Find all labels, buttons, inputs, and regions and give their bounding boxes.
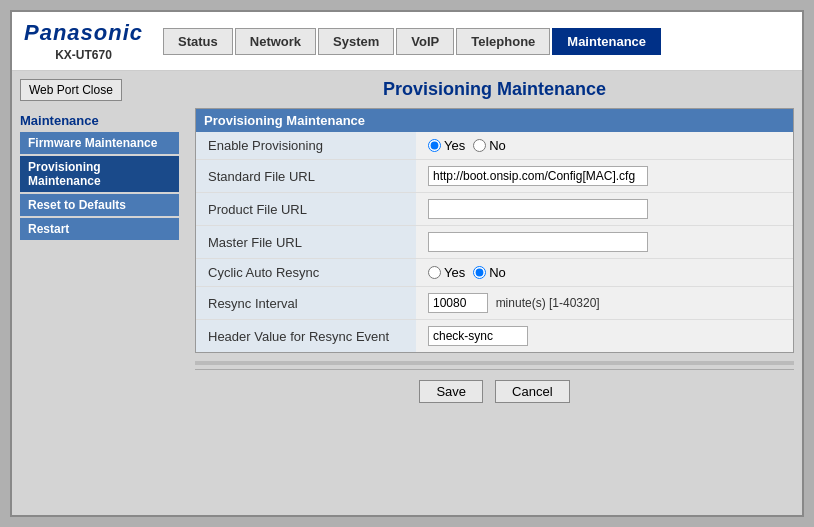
cyclic-yes-input[interactable] (428, 266, 441, 279)
label-enable-provisioning: Enable Provisioning (196, 132, 416, 160)
model-name: KX-UT670 (24, 48, 143, 62)
value-cyclic-auto-resync: Yes No (416, 259, 793, 287)
label-product-file-url: Product File URL (196, 193, 416, 226)
body: Web Port Close Maintenance Firmware Main… (12, 71, 802, 514)
label-master-file-url: Master File URL (196, 226, 416, 259)
row-enable-provisioning: Enable Provisioning Yes No (196, 132, 793, 160)
cancel-button[interactable]: Cancel (495, 380, 569, 403)
radio-cyclic-resync: Yes No (428, 265, 781, 280)
header-value-input[interactable] (428, 326, 528, 346)
value-resync-interval: minute(s) [1-40320] (416, 287, 793, 320)
row-master-file-url: Master File URL (196, 226, 793, 259)
cyclic-yes-label[interactable]: Yes (428, 265, 465, 280)
radio-no-label[interactable]: No (473, 138, 506, 153)
sidebar-item-reset[interactable]: Reset to Defaults (20, 194, 179, 216)
cyclic-no-label[interactable]: No (473, 265, 506, 280)
master-file-url-input[interactable] (428, 232, 648, 252)
inner-frame: Panasonic KX-UT670 Status Network System… (10, 10, 804, 517)
sidebar-item-restart[interactable]: Restart (20, 218, 179, 240)
footer-buttons: Save Cancel (195, 369, 794, 413)
web-port-close-button[interactable]: Web Port Close (20, 79, 122, 101)
label-cyclic-auto-resync: Cyclic Auto Resync (196, 259, 416, 287)
nav-voip[interactable]: VoIP (396, 28, 454, 55)
sidebar-item-provisioning[interactable]: Provisioning Maintenance (20, 156, 179, 192)
value-master-file-url (416, 226, 793, 259)
main-nav: Status Network System VoIP Telephone Mai… (163, 28, 790, 55)
form-table: Enable Provisioning Yes No (196, 132, 793, 352)
page-title: Provisioning Maintenance (195, 71, 794, 108)
divider (195, 361, 794, 365)
header: Panasonic KX-UT670 Status Network System… (12, 12, 802, 71)
nav-status[interactable]: Status (163, 28, 233, 55)
value-enable-provisioning: Yes No (416, 132, 793, 160)
sidebar-title: Maintenance (20, 113, 179, 128)
value-header-value (416, 320, 793, 353)
sidebar-item-firmware[interactable]: Firmware Maintenance (20, 132, 179, 154)
row-cyclic-auto-resync: Cyclic Auto Resync Yes No (196, 259, 793, 287)
label-standard-file-url: Standard File URL (196, 160, 416, 193)
radio-yes-input[interactable] (428, 139, 441, 152)
cyclic-no-input[interactable] (473, 266, 486, 279)
outer-frame: Panasonic KX-UT670 Status Network System… (0, 0, 814, 527)
section-header: Provisioning Maintenance (196, 109, 793, 132)
sidebar: Web Port Close Maintenance Firmware Main… (12, 71, 187, 514)
nav-network[interactable]: Network (235, 28, 316, 55)
nav-system[interactable]: System (318, 28, 394, 55)
label-resync-interval: Resync Interval (196, 287, 416, 320)
row-header-value: Header Value for Resync Event (196, 320, 793, 353)
provisioning-section: Provisioning Maintenance Enable Provisio… (195, 108, 794, 353)
value-product-file-url (416, 193, 793, 226)
main-content: Provisioning Maintenance Provisioning Ma… (187, 71, 802, 514)
value-standard-file-url (416, 160, 793, 193)
label-header-value: Header Value for Resync Event (196, 320, 416, 353)
radio-enable-provisioning: Yes No (428, 138, 781, 153)
brand: Panasonic KX-UT670 (24, 20, 143, 62)
radio-no-input[interactable] (473, 139, 486, 152)
panasonic-logo: Panasonic (24, 20, 143, 46)
save-button[interactable]: Save (419, 380, 483, 403)
product-file-url-input[interactable] (428, 199, 648, 219)
nav-maintenance[interactable]: Maintenance (552, 28, 661, 55)
row-resync-interval: Resync Interval minute(s) [1-40320] (196, 287, 793, 320)
row-standard-file-url: Standard File URL (196, 160, 793, 193)
resync-interval-input[interactable] (428, 293, 488, 313)
row-product-file-url: Product File URL (196, 193, 793, 226)
radio-yes-label[interactable]: Yes (428, 138, 465, 153)
nav-telephone[interactable]: Telephone (456, 28, 550, 55)
resync-interval-unit: minute(s) [1-40320] (496, 296, 600, 310)
standard-file-url-input[interactable] (428, 166, 648, 186)
